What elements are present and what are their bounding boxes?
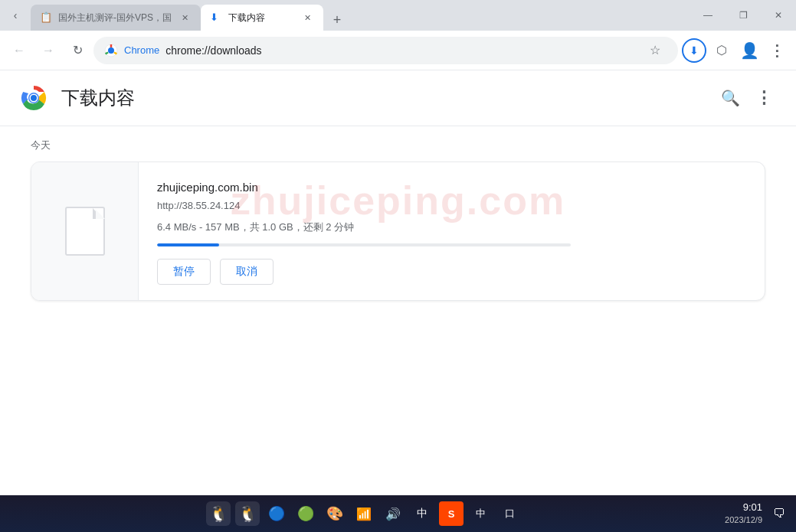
cancel-button[interactable]: 取消 — [220, 259, 274, 285]
download-actions: 暂停 取消 — [157, 259, 746, 285]
ime-indicator-label: 中 — [476, 507, 486, 521]
page-menu-button[interactable]: ⋮ — [750, 84, 778, 112]
forward-icon: → — [42, 44, 54, 57]
penguin-icon-2: 🐧 — [238, 504, 257, 523]
file-icon-body — [65, 207, 105, 256]
tab-2-favicon: ⬇ — [210, 11, 222, 24]
new-tab-button[interactable]: + — [326, 9, 348, 31]
download-url: http://38.55.24.124 — [157, 200, 746, 211]
minimize-button[interactable]: — — [690, 0, 726, 31]
download-item: zhujiceping.com.bin http://38.55.24.124 … — [31, 162, 765, 301]
svg-point-1 — [108, 47, 114, 54]
volume-icon: 🔊 — [385, 507, 401, 521]
file-icon-fold-inner — [96, 210, 105, 219]
taskbar-ime-zh[interactable]: 中 — [410, 501, 434, 526]
tab-strip: 📋 国外主机测评-国外VPS，国 ✕ ⬇ 下载内容 ✕ + — [31, 0, 690, 31]
download-status: 6.4 MB/s - 157 MB，共 1.0 GB，还剩 2 分钟 — [157, 220, 746, 234]
date-label: 今天 — [31, 139, 765, 152]
taskbar-icon-1[interactable]: 🐧 — [206, 501, 231, 526]
maximize-button[interactable]: ❐ — [726, 0, 761, 31]
tab-scroll-back[interactable]: ‹ — [0, 0, 31, 31]
wifi-icon: 📶 — [356, 507, 372, 521]
pause-button[interactable]: 暂停 — [157, 259, 211, 285]
address-url: chrome://downloads — [165, 44, 637, 57]
page-menu-icon: ⋮ — [755, 88, 772, 108]
download-info: zhujiceping.com.bin http://38.55.24.124 … — [139, 162, 765, 300]
taskbar-color[interactable]: 🎨 — [323, 501, 347, 526]
close-button[interactable]: ✕ — [761, 0, 796, 31]
notification-button[interactable]: 🗨 — [768, 503, 790, 524]
search-icon: 🔍 — [721, 89, 740, 107]
time-block: 9:01 2023/12/9 — [725, 501, 762, 527]
taskbar-volume[interactable]: 🔊 — [381, 501, 405, 526]
reload-icon: ↻ — [73, 43, 83, 57]
tab-1[interactable]: 📋 国外主机测评-国外VPS，国 ✕ — [31, 5, 201, 31]
date-label-taskbar: 2023/12/9 — [725, 514, 762, 526]
extensions-button[interactable]: ⬡ — [709, 38, 735, 64]
back-icon: ← — [13, 44, 25, 57]
search-button[interactable]: 🔍 — [716, 84, 744, 112]
ime-zh-label: 中 — [417, 507, 427, 521]
downloads-list: 今天 zhujiceping.com.bin http://38.55.24.1… — [0, 126, 796, 313]
download-status-button[interactable]: ⬇ — [681, 38, 707, 64]
svg-point-5 — [31, 95, 37, 101]
nav-bar: ← → ↻ Chrome chrome://downloads ☆ ⬇ ⬡ 👤 … — [0, 31, 796, 70]
notification-icon: 🗨 — [773, 507, 785, 521]
forward-button[interactable]: → — [35, 38, 61, 64]
back-button[interactable]: ← — [6, 38, 32, 64]
progress-bar-fill — [157, 243, 219, 246]
tab-2-label: 下载内容 — [228, 11, 294, 24]
chrome-logo — [18, 83, 49, 113]
download-indicator: ⬇ — [682, 38, 706, 63]
nvidia-icon: 🟢 — [297, 505, 314, 522]
file-icon-fold — [93, 208, 103, 219]
file-icon — [65, 207, 105, 256]
chrome-menu-button[interactable]: ⋮ — [764, 38, 790, 64]
title-bar: ‹ 📋 国外主机测评-国外VPS，国 ✕ ⬇ 下载内容 ✕ + — ❐ ✕ — [0, 0, 796, 31]
account-button[interactable]: 👤 — [736, 38, 762, 64]
page-wrap: zhujiceping.com 下载内容 🔍 ⋮ — [0, 70, 796, 313]
tab-1-label: 国外主机测评-国外VPS，国 — [58, 11, 172, 24]
address-bar[interactable]: Chrome chrome://downloads ☆ — [93, 37, 678, 64]
sogou-icon: S — [448, 508, 455, 520]
taskbar-icons: 🐧 🐧 🔵 🟢 🎨 📶 🔊 中 S — [6, 501, 722, 526]
tab-1-close[interactable]: ✕ — [178, 11, 192, 24]
page-actions: 🔍 ⋮ — [716, 84, 778, 112]
taskbar-sogou[interactable]: S — [439, 501, 464, 526]
download-icon-area — [31, 162, 139, 300]
reload-button[interactable]: ↻ — [64, 38, 90, 64]
tab-2[interactable]: ⬇ 下载内容 ✕ — [201, 5, 323, 31]
taskbar-bluetooth[interactable]: 🔵 — [264, 501, 289, 526]
penguin-icon-1: 🐧 — [209, 504, 228, 523]
nav-right-buttons: ⬇ ⬡ 👤 ⋮ — [681, 38, 790, 64]
taskbar-fullwidth[interactable]: 口 — [497, 501, 522, 526]
taskbar: 🐧 🐧 🔵 🟢 🎨 📶 🔊 中 S — [0, 495, 796, 532]
address-brand-label: Chrome — [124, 44, 159, 56]
taskbar-wifi[interactable]: 📶 — [352, 501, 376, 526]
chrome-menu-icon: ⋮ — [769, 41, 785, 60]
taskbar-ime-indicator[interactable]: 中 — [468, 501, 493, 526]
chrome-site-icon — [104, 44, 118, 57]
tab-2-close[interactable]: ✕ — [300, 11, 314, 24]
extensions-icon: ⬡ — [716, 43, 727, 57]
page-header: 下载内容 🔍 ⋮ — [0, 70, 796, 126]
taskbar-right: 9:01 2023/12/9 🗨 — [725, 501, 790, 527]
taskbar-nvidia[interactable]: 🟢 — [293, 501, 318, 526]
taskbar-icon-2[interactable]: 🐧 — [235, 501, 260, 526]
tab-1-favicon: 📋 — [40, 11, 52, 24]
download-filename: zhujiceping.com.bin — [157, 181, 746, 194]
progress-bar-wrap — [157, 243, 571, 246]
fullwidth-icon: 口 — [505, 507, 515, 521]
page-title: 下载内容 — [61, 86, 704, 110]
bluetooth-icon: 🔵 — [268, 505, 285, 522]
account-icon: 👤 — [740, 41, 759, 60]
color-icon: 🎨 — [326, 505, 343, 522]
time-label: 9:01 — [725, 501, 762, 514]
window-controls: — ❐ ✕ — [690, 0, 796, 31]
bookmark-button[interactable]: ☆ — [643, 38, 667, 63]
